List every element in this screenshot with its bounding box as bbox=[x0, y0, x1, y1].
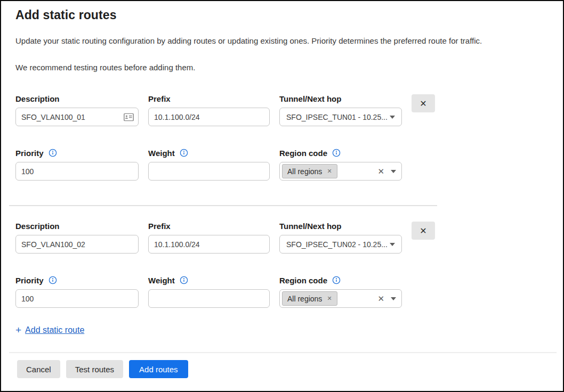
close-icon: ✕ bbox=[420, 99, 426, 109]
description-input[interactable] bbox=[15, 108, 139, 126]
priority-label: Priority bbox=[15, 148, 139, 158]
chevron-down-icon bbox=[390, 243, 395, 246]
tunnel-select[interactable]: SFO_IPSEC_TUN02 - 10.25... bbox=[279, 235, 402, 254]
add-static-routes-dialog: Add static routes Update your static rou… bbox=[0, 0, 564, 392]
info-icon[interactable] bbox=[49, 276, 57, 284]
info-icon[interactable] bbox=[332, 276, 341, 284]
page-title: Add static routes bbox=[15, 8, 563, 22]
region-tag: All regions ✕ bbox=[282, 164, 337, 178]
note-text: We recommend testing routes before addin… bbox=[15, 63, 563, 72]
chevron-down-icon bbox=[391, 297, 396, 300]
cancel-button[interactable]: Cancel bbox=[17, 360, 60, 378]
weight-label: Weight bbox=[148, 275, 270, 285]
prefix-input[interactable] bbox=[148, 108, 270, 126]
tunnel-selected-value: SFO_IPSEC_TUN01 - 10.25... bbox=[286, 113, 388, 121]
priority-input[interactable] bbox=[15, 162, 139, 181]
info-icon[interactable] bbox=[180, 276, 188, 284]
weight-input[interactable] bbox=[148, 289, 270, 308]
weight-label: Weight bbox=[148, 148, 270, 158]
prefix-input[interactable] bbox=[148, 235, 270, 254]
region-code-multiselect[interactable]: All regions ✕ ✕ bbox=[279, 289, 402, 308]
region-code-multiselect[interactable]: All regions ✕ ✕ bbox=[279, 162, 402, 181]
contact-card-icon bbox=[124, 113, 134, 121]
footer-divider bbox=[9, 352, 557, 353]
region-code-label: Region code bbox=[279, 275, 402, 285]
clear-selection-icon[interactable]: ✕ bbox=[377, 295, 384, 303]
tag-remove-icon[interactable]: ✕ bbox=[327, 168, 332, 174]
remove-route-button[interactable]: ✕ bbox=[412, 94, 435, 112]
description-label: Description bbox=[15, 94, 139, 103]
route-divider bbox=[9, 205, 437, 206]
close-icon: ✕ bbox=[420, 226, 426, 236]
add-static-route-label: Add static route bbox=[25, 325, 84, 335]
clear-selection-icon[interactable]: ✕ bbox=[377, 167, 384, 175]
plus-icon: + bbox=[15, 325, 21, 335]
region-code-label: Region code bbox=[279, 148, 402, 158]
chevron-down-icon bbox=[390, 116, 395, 119]
info-icon[interactable] bbox=[332, 149, 341, 157]
region-tag-label: All regions bbox=[287, 295, 322, 303]
description-input[interactable] bbox=[15, 235, 139, 254]
priority-label: Priority bbox=[15, 275, 139, 285]
intro-text: Update your static routing configuration… bbox=[15, 36, 563, 45]
test-routes-button[interactable]: Test routes bbox=[66, 360, 123, 378]
priority-input[interactable] bbox=[15, 289, 139, 308]
footer-button-bar: Cancel Test routes Add routes bbox=[17, 360, 563, 378]
route-section-2: Description Prefix Tunnel/Next hop SFO_I… bbox=[15, 221, 563, 308]
tunnel-label: Tunnel/Next hop bbox=[279, 94, 402, 103]
tag-remove-icon[interactable]: ✕ bbox=[327, 296, 332, 301]
prefix-label: Prefix bbox=[148, 221, 270, 231]
prefix-label: Prefix bbox=[148, 94, 270, 103]
region-tag-label: All regions bbox=[287, 167, 322, 176]
tunnel-selected-value: SFO_IPSEC_TUN02 - 10.25... bbox=[286, 240, 388, 249]
region-tag: All regions ✕ bbox=[282, 291, 337, 306]
weight-input[interactable] bbox=[148, 162, 270, 181]
info-icon[interactable] bbox=[180, 149, 188, 157]
tunnel-select[interactable]: SFO_IPSEC_TUN01 - 10.25... bbox=[279, 108, 402, 126]
route-section-1: Description bbox=[15, 94, 563, 181]
remove-route-button[interactable]: ✕ bbox=[412, 222, 435, 240]
info-icon[interactable] bbox=[49, 149, 57, 157]
description-label: Description bbox=[15, 221, 139, 231]
add-routes-button[interactable]: Add routes bbox=[129, 360, 188, 378]
chevron-down-icon bbox=[391, 170, 396, 173]
add-static-route-link[interactable]: + Add static route bbox=[15, 325, 84, 335]
tunnel-label: Tunnel/Next hop bbox=[279, 221, 402, 231]
